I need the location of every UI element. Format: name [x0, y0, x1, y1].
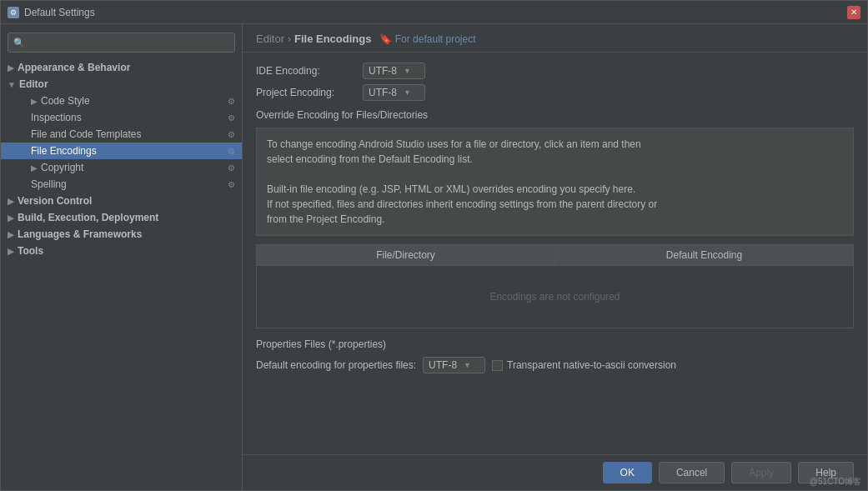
info-line2: select encoding from the Default Encodin…	[267, 152, 843, 167]
sidebar-item-label: Copyright	[41, 162, 83, 173]
app-icon: ⚙	[8, 7, 19, 18]
breadcrumb-parent: Editor	[256, 33, 284, 45]
sidebar-item-appearance[interactable]: ▶ Appearance & Behavior	[1, 59, 242, 76]
arrow-icon: ▶	[8, 247, 14, 256]
arrow-icon: ▼	[8, 80, 16, 89]
project-encoding-label: Project Encoding:	[256, 87, 356, 98]
search-input[interactable]	[28, 37, 229, 48]
titlebar: ⚙ Default Settings ✕	[1, 1, 867, 24]
encoding-table: File/Directory Default Encoding Encoding…	[256, 244, 854, 328]
content-area: Editor › File Encodings 🔖 For default pr…	[243, 24, 867, 490]
sidebar-item-tools[interactable]: ▶ Tools	[1, 243, 242, 259]
settings-icon: ⚙	[228, 130, 235, 139]
sidebar-item-label: Editor	[19, 78, 48, 90]
search-icon: 🔍	[13, 38, 25, 48]
transparent-checkbox[interactable]	[492, 360, 503, 371]
sidebar-item-label: Build, Execution, Deployment	[18, 212, 158, 223]
chevron-down-icon: ▼	[404, 88, 411, 97]
arrow-icon: ▶	[31, 97, 38, 106]
properties-encoding-dropdown[interactable]: UTF-8 ▼	[423, 357, 485, 373]
ide-encoding-label: IDE Encoding:	[256, 65, 356, 77]
sidebar-item-languages-frameworks[interactable]: ▶ Languages & Frameworks	[1, 226, 242, 243]
arrow-icon: ▶	[8, 213, 14, 223]
override-section-title: Override Encoding for Files/Directories	[256, 109, 854, 121]
content-body: IDE Encoding: UTF-8 ▼ Project Encoding: …	[243, 53, 867, 454]
info-line1: To change encoding Android Studio uses f…	[267, 137, 843, 152]
sidebar-item-label: Spelling	[31, 178, 67, 190]
info-line3: Built-in file encoding (e.g. JSP, HTML o…	[267, 182, 843, 197]
table-header: File/Directory Default Encoding	[257, 245, 853, 266]
sidebar-item-label: Version Control	[18, 195, 92, 207]
sidebar-item-label: Languages & Frameworks	[18, 228, 142, 240]
col-default-encoding: Default Encoding	[555, 245, 853, 265]
sidebar-item-label: Code Style	[41, 95, 90, 107]
sidebar-item-spelling[interactable]: Spelling ⚙	[1, 176, 242, 193]
sidebar-item-label: Inspections	[31, 112, 82, 123]
info-line5: from the Project Encoding.	[267, 212, 843, 227]
main-area: 🔍 ▶ Appearance & Behavior ▼ Editor ▶ Cod…	[1, 24, 867, 490]
tree-items: ▶ Appearance & Behavior ▼ Editor ▶ Code …	[1, 59, 242, 485]
sidebar-item-label: Appearance & Behavior	[18, 62, 130, 73]
sidebar-item-editor[interactable]: ▼ Editor	[1, 76, 242, 93]
breadcrumb-current: File Encodings	[294, 33, 371, 45]
transparent-label: Transparent native-to-ascii conversion	[507, 359, 676, 371]
ide-encoding-dropdown[interactable]: UTF-8 ▼	[363, 63, 425, 79]
apply-button[interactable]: Apply	[731, 462, 791, 483]
table-empty-msg: Encodings are not configured	[257, 266, 853, 328]
footer: OK Cancel Apply Help	[243, 454, 867, 490]
sidebar-item-label: File and Code Templates	[31, 128, 142, 140]
sidebar-item-label: File Encodings	[31, 145, 97, 157]
cancel-button[interactable]: Cancel	[659, 462, 725, 483]
settings-icon: ⚙	[228, 97, 235, 106]
sidebar-item-copyright[interactable]: ▶ Copyright ⚙	[1, 159, 242, 176]
chevron-down-icon: ▼	[464, 361, 471, 369]
settings-icon: ⚙	[228, 147, 235, 156]
arrow-icon: ▶	[8, 197, 14, 206]
close-button[interactable]: ✕	[847, 6, 860, 19]
arrow-icon: ▶	[31, 163, 38, 173]
sidebar-item-label: Tools	[18, 245, 43, 257]
sidebar-item-file-code-templates[interactable]: File and Code Templates ⚙	[1, 126, 242, 143]
settings-icon: ⚙	[228, 180, 235, 189]
sidebar-item-file-encodings[interactable]: File Encodings ⚙	[1, 143, 242, 159]
window-title: Default Settings	[24, 7, 842, 18]
content-header: Editor › File Encodings 🔖 For default pr…	[243, 24, 867, 53]
properties-encoding-label: Default encoding for properties files:	[256, 359, 416, 371]
properties-row: Default encoding for properties files: U…	[256, 357, 854, 373]
settings-icon: ⚙	[228, 163, 235, 173]
main-window: ⚙ Default Settings ✕ 🔍 ▶ Appearance & Be…	[0, 0, 868, 491]
search-box[interactable]: 🔍	[8, 33, 235, 53]
info-line4: If not specified, files and directories …	[267, 197, 843, 212]
transparent-checkbox-area: Transparent native-to-ascii conversion	[492, 359, 676, 371]
breadcrumb-sub: 🔖 For default project	[379, 33, 475, 45]
project-encoding-dropdown[interactable]: UTF-8 ▼	[363, 84, 425, 101]
project-encoding-row: Project Encoding: UTF-8 ▼	[256, 84, 854, 101]
ok-button[interactable]: OK	[603, 462, 652, 483]
info-text: To change encoding Android Studio uses f…	[256, 128, 854, 236]
ide-encoding-row: IDE Encoding: UTF-8 ▼	[256, 63, 854, 79]
watermark: @51CTO博客	[810, 476, 861, 488]
sidebar-item-build-execution[interactable]: ▶ Build, Execution, Deployment	[1, 209, 242, 226]
sidebar: 🔍 ▶ Appearance & Behavior ▼ Editor ▶ Cod…	[1, 24, 243, 490]
chevron-down-icon: ▼	[404, 67, 411, 75]
sidebar-item-version-control[interactable]: ▶ Version Control	[1, 193, 242, 209]
sidebar-item-inspections[interactable]: Inspections ⚙	[1, 109, 242, 126]
settings-icon: ⚙	[228, 113, 235, 123]
arrow-icon: ▶	[8, 230, 14, 239]
arrow-icon: ▶	[8, 63, 14, 73]
properties-title: Properties Files (*.properties)	[256, 338, 854, 350]
properties-section: Properties Files (*.properties) Default …	[256, 338, 854, 373]
col-file-directory: File/Directory	[257, 245, 555, 265]
breadcrumb-arrow: ›	[288, 33, 291, 45]
sidebar-item-code-style[interactable]: ▶ Code Style ⚙	[1, 93, 242, 109]
